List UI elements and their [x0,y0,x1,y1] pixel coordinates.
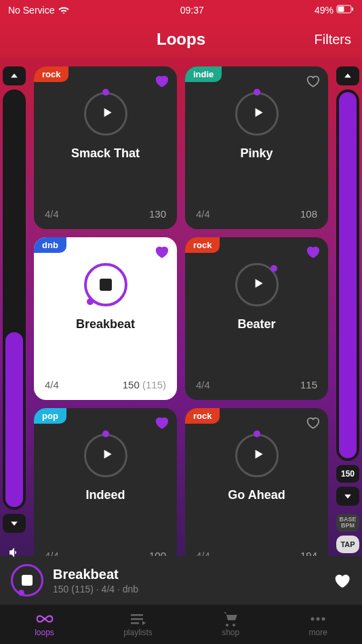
loop-footer: 4/4108 [185,200,328,229]
volume-down-button[interactable] [3,514,26,533]
loop-card[interactable]: dnbBreakbeat4/4150 (115) [34,237,177,400]
loop-title: Indeed [34,488,177,502]
play-button[interactable] [84,434,127,477]
bpm-fill [339,92,357,458]
now-playing-title: Breakbeat [53,567,323,582]
tab-shop[interactable]: shop [222,611,239,637]
genre-tag: rock [185,237,220,253]
tab-label: playlists [123,628,153,637]
svg-rect-2 [352,7,353,11]
tab-loops[interactable]: loops [35,611,54,637]
svg-point-6 [311,618,315,621]
wifi-icon [58,5,69,16]
stop-icon [100,279,112,291]
svg-point-8 [322,618,325,621]
volume-up-button[interactable] [3,66,26,85]
heart-icon[interactable] [154,415,169,430]
shop-icon [222,611,239,626]
now-playing-meta: 150 (115) · 4/4 · dnb [53,584,323,595]
loop-card[interactable]: rockSmack That4/4130 [34,66,177,229]
volume-slider[interactable] [3,89,26,510]
genre-tag: pop [34,408,66,424]
play-button[interactable] [235,434,279,477]
left-rail [0,58,28,573]
tab-more[interactable]: more [309,611,327,637]
bpm-text: 150 (115) [123,379,166,390]
genre-tag: rock [185,408,220,424]
heart-icon[interactable] [305,73,320,88]
svg-rect-3 [131,614,143,616]
heart-icon[interactable] [305,244,320,259]
now-playing-info: Breakbeat 150 (115) · 4/4 · dnb [53,567,323,595]
loop-title: Smack That [34,146,177,161]
play-button[interactable] [84,92,127,136]
loop-footer: 4/4115 [185,371,328,400]
stop-icon [22,575,33,586]
play-icon [100,447,115,464]
tap-button[interactable]: TAP [336,536,359,553]
main-content: 150 BASE BPM TAP rockSmack That4/4130ind… [0,58,362,573]
time-signature: 4/4 [45,379,59,390]
genre-tag: indie [185,66,222,82]
play-icon [251,276,266,294]
status-bar: No Service 09:37 49% [0,0,362,20]
speaker-icon[interactable] [3,541,26,564]
heart-icon[interactable] [305,415,320,430]
more-icon [309,611,327,626]
header: Loops Filters [0,20,362,58]
bpm-text: 115 [300,379,317,390]
loop-grid: rockSmack That4/4130indiePinky4/4108dnbB… [34,66,328,573]
play-button[interactable] [235,92,279,136]
filters-button[interactable]: Filters [315,32,351,47]
heart-icon[interactable] [154,73,169,88]
svg-rect-5 [131,622,139,624]
bpm-down-button[interactable] [336,487,359,506]
loop-card[interactable]: indiePinky4/4108 [185,66,328,229]
heart-icon[interactable] [154,244,169,259]
time-signature: 4/4 [196,379,210,390]
loop-card[interactable]: rockGo Ahead4/4194 [185,408,328,571]
bpm-text: 108 [300,208,317,220]
svg-rect-1 [338,7,344,12]
bpm-up-button[interactable] [336,66,359,85]
play-button[interactable] [235,263,279,306]
battery-icon [336,5,354,16]
base-bpm-button[interactable]: BASE BPM [336,514,359,531]
loop-footer: 4/4130 [34,200,177,229]
loop-card[interactable]: rockBeater4/4115 [185,237,328,400]
tab-label: loops [35,628,54,637]
genre-tag: dnb [34,237,66,253]
loops-icon [36,611,54,626]
tab-label: shop [222,628,239,637]
loop-title: Pinky [185,146,328,161]
svg-point-7 [317,618,320,621]
playlists-icon [129,611,147,626]
carrier-text: No Service [8,5,54,16]
bpm-value: 150 [336,465,359,483]
progress-dot [18,590,24,596]
bpm-text: 130 [149,208,166,220]
tab-bar: loopsplaylistsshopmore [0,605,362,644]
now-playing-bar[interactable]: Breakbeat 150 (115) · 4/4 · dnb [0,556,362,605]
play-button[interactable] [84,263,127,306]
favorite-button[interactable] [332,571,351,590]
time-signature: 4/4 [196,208,210,220]
volume-fill [5,332,23,507]
clock-text: 09:37 [180,5,204,16]
svg-rect-4 [131,618,143,620]
loop-title: Go Ahead [185,488,328,502]
loop-footer: 4/4150 (115) [34,371,177,400]
battery-text: 49% [315,5,334,16]
loop-title: Breakbeat [34,317,177,331]
play-icon [251,105,266,123]
loop-title: Beater [185,317,328,331]
right-rail: 150 BASE BPM TAP [334,58,362,573]
loop-card[interactable]: popIndeed4/4100 [34,408,177,571]
page-title: Loops [157,30,205,49]
play-icon [100,105,115,123]
play-icon [251,447,266,464]
time-signature: 4/4 [45,208,59,220]
tab-playlists[interactable]: playlists [123,611,153,637]
genre-tag: rock [34,66,68,82]
bpm-slider[interactable] [336,89,359,461]
